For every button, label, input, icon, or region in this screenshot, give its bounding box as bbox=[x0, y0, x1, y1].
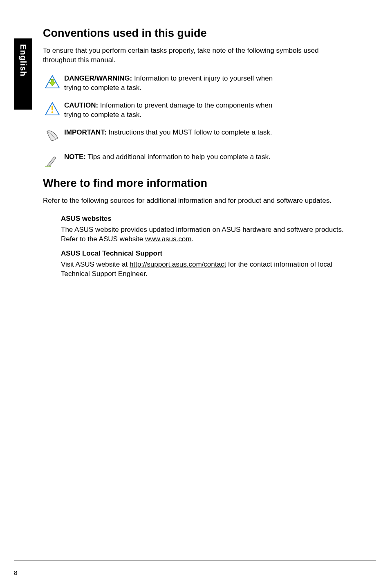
caution-icon bbox=[43, 101, 64, 117]
sub2-link: http://support.asus.com/contact bbox=[130, 260, 226, 268]
caution-text: CAUTION: Information to prevent damage t… bbox=[64, 101, 353, 120]
important-body: Instructions that you MUST follow to com… bbox=[107, 128, 272, 136]
note-lead: NOTE: bbox=[64, 153, 86, 161]
heading-where: Where to find more information bbox=[43, 177, 353, 190]
danger-text: DANGER/WARNING: Information to prevent i… bbox=[64, 74, 353, 93]
row-important: IMPORTANT: Instructions that you MUST fo… bbox=[43, 128, 353, 144]
svg-point-4 bbox=[52, 111, 54, 113]
important-lead: IMPORTANT: bbox=[64, 128, 107, 136]
row-caution: CAUTION: Information to prevent damage t… bbox=[43, 101, 353, 120]
footer-rule bbox=[14, 560, 376, 561]
language-tab: English bbox=[14, 38, 32, 110]
row-note: NOTE: Tips and additional information to… bbox=[43, 153, 353, 169]
svg-marker-1 bbox=[49, 79, 55, 86]
important-icon bbox=[43, 128, 64, 144]
note-body: Tips and additional information to help … bbox=[86, 153, 271, 161]
note-icon bbox=[43, 153, 64, 169]
important-text: IMPORTANT: Instructions that you MUST fo… bbox=[64, 128, 353, 137]
page-number: 8 bbox=[14, 569, 17, 576]
heading-conventions: Conventions used in this guide bbox=[43, 27, 353, 40]
sub2-heading: ASUS Local Technical Support bbox=[61, 249, 353, 258]
sub1-body: The ASUS website provides updated inform… bbox=[61, 225, 353, 244]
sub1-pre: The ASUS website provides updated inform… bbox=[61, 226, 344, 243]
sub-asus-websites: ASUS websites The ASUS website provides … bbox=[43, 215, 353, 279]
danger-icon bbox=[43, 74, 64, 90]
danger-lead: DANGER/WARNING: bbox=[64, 74, 134, 82]
sub1-post: . bbox=[191, 235, 193, 243]
sub2-pre: Visit ASUS website at bbox=[61, 260, 130, 268]
intro-where: Refer to the following sources for addit… bbox=[43, 196, 353, 206]
row-danger: DANGER/WARNING: Information to prevent i… bbox=[43, 74, 353, 93]
sub1-heading: ASUS websites bbox=[61, 215, 353, 223]
intro-conventions: To ensure that you perform certain tasks… bbox=[43, 46, 353, 65]
caution-lead: CAUTION: bbox=[64, 101, 98, 109]
sub1-link: www.asus.com bbox=[145, 235, 191, 243]
svg-rect-3 bbox=[52, 105, 53, 110]
language-label: English bbox=[18, 44, 28, 76]
sub2-body: Visit ASUS website at http://support.asu… bbox=[61, 260, 353, 279]
page: English Conventions used in this guide T… bbox=[0, 0, 390, 588]
note-text: NOTE: Tips and additional information to… bbox=[64, 153, 353, 162]
